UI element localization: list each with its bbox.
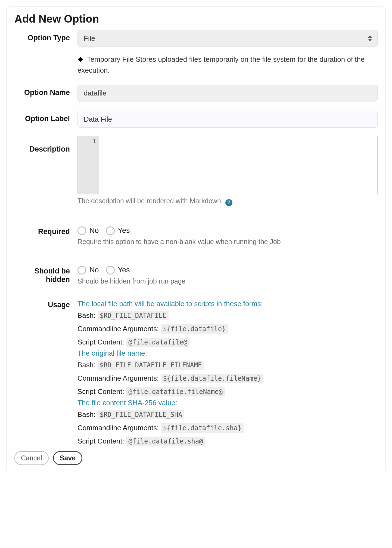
usage-cli-3-code: ${file.datafile.sha} bbox=[161, 423, 244, 433]
row-option-label: Option Label bbox=[14, 111, 378, 128]
diamond-icon bbox=[77, 55, 83, 65]
hidden-no-label: No bbox=[89, 266, 99, 274]
usage-sc-1: Script Content: @file.datafile@ bbox=[77, 338, 378, 346]
usage-cli-2-code: ${file.datafile.fileName} bbox=[161, 374, 263, 383]
page-title: Add New Option bbox=[14, 13, 378, 25]
cancel-button[interactable]: Cancel bbox=[14, 451, 49, 465]
svg-rect-2 bbox=[78, 57, 83, 62]
description-editor[interactable]: 1 bbox=[77, 136, 378, 194]
usage-sc-2: Script Content: @file.datafile.fileName@ bbox=[77, 387, 378, 396]
editor-body[interactable] bbox=[99, 136, 377, 194]
hidden-yes-label: Yes bbox=[118, 266, 130, 274]
help-icon[interactable]: ? bbox=[225, 199, 232, 206]
usage-heading-1: The local file path will be available to… bbox=[77, 300, 378, 308]
label-option-label: Option Label bbox=[14, 111, 77, 123]
usage-cli-1: Commandline Arguments: ${file.datafile} bbox=[77, 325, 378, 333]
hidden-no-radio[interactable] bbox=[77, 266, 86, 275]
editor-gutter: 1 bbox=[78, 136, 99, 194]
svg-marker-0 bbox=[368, 35, 372, 38]
row-option-type: Option Type File Temporary File Stores u… bbox=[14, 30, 378, 75]
option-label-input[interactable] bbox=[77, 111, 378, 128]
option-type-value: File bbox=[84, 34, 95, 43]
required-no-radio[interactable] bbox=[77, 226, 86, 235]
usage-bash-1: Bash: $RD_FILE_DATAFILE bbox=[77, 311, 378, 320]
usage-heading-2: The original file name: bbox=[77, 349, 378, 358]
required-yes-label: Yes bbox=[118, 226, 130, 235]
usage-cli-3: Commandline Arguments: ${file.datafile.s… bbox=[77, 424, 378, 432]
label-option-name: Option Name bbox=[14, 85, 77, 97]
required-no-label: No bbox=[89, 226, 99, 235]
label-usage: Usage bbox=[14, 300, 77, 309]
usage-sc-2-code: @file.datafile.fileName@ bbox=[126, 387, 225, 396]
hidden-yes-radio[interactable] bbox=[106, 266, 115, 275]
save-button[interactable]: Save bbox=[53, 451, 82, 465]
row-description: Description 1 The description will be re… bbox=[14, 136, 378, 206]
select-chevrons-icon bbox=[368, 35, 373, 41]
usage-sc-3: Script Content: @file.datafile.sha@ bbox=[77, 437, 378, 445]
usage-cli-1-code: ${file.datafile} bbox=[161, 324, 228, 334]
required-yes-radio[interactable] bbox=[106, 226, 115, 235]
usage-bash-3: Bash: $RD_FILE_DATAFILE_SHA bbox=[77, 410, 378, 419]
label-description: Description bbox=[14, 136, 77, 153]
usage-bash-1-code: $RD_FILE_DATAFILE bbox=[98, 311, 169, 320]
row-usage: Usage The local file path will be availa… bbox=[14, 300, 378, 447]
usage-bash-2: Bash: $RD_FILE_DATAFILE_FILENAME bbox=[77, 361, 378, 369]
add-option-panel: Add New Option Option Type File Temporar… bbox=[7, 7, 385, 473]
row-required: Required No Yes Require this option to h… bbox=[14, 224, 378, 246]
option-name-input[interactable] bbox=[77, 85, 378, 101]
usage-sc-1-code: @file.datafile@ bbox=[126, 338, 189, 347]
type-desc-bold: Temporary File bbox=[87, 55, 134, 63]
svg-marker-1 bbox=[368, 39, 372, 41]
label-required: Required bbox=[14, 224, 77, 236]
usage-sc-3-code: @file.datafile.sha@ bbox=[126, 437, 205, 446]
required-help: Require this option to have a non-blank … bbox=[77, 238, 378, 246]
hidden-help: Should be hidden from job run page bbox=[77, 277, 378, 285]
row-option-name: Option Name bbox=[14, 85, 378, 101]
label-option-type: Option Type bbox=[14, 30, 77, 42]
usage-bash-2-code: $RD_FILE_DATAFILE_FILENAME bbox=[98, 361, 204, 370]
option-type-description: Temporary File Stores uploaded files tem… bbox=[77, 54, 378, 75]
option-type-select[interactable]: File bbox=[77, 30, 378, 47]
description-help: The description will be rendered with Ma… bbox=[77, 197, 378, 206]
usage-heading-3: The file content SHA-256 value: bbox=[77, 399, 378, 407]
usage-cli-2: Commandline Arguments: ${file.datafile.f… bbox=[77, 374, 378, 383]
row-hidden: Should be hidden No Yes Should be hidden… bbox=[14, 263, 378, 285]
label-hidden: Should be hidden bbox=[14, 263, 77, 284]
usage-bash-3-code: $RD_FILE_DATAFILE_SHA bbox=[98, 410, 184, 419]
